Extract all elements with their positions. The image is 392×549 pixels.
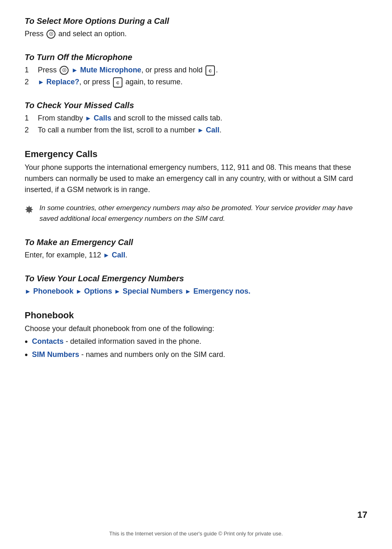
bullet-sim-text: SIM Numbers - names and numbers only on … (32, 349, 225, 361)
step-2-missed: 2 To call a number from the list, scroll… (25, 125, 367, 136)
center-button-icon: ☉ (46, 30, 55, 39)
step-2-missed-text: To call a number from the list, scroll t… (38, 125, 221, 136)
section-make-emergency: To Make an Emergency Call Enter, for exa… (25, 238, 367, 261)
step-num-1: 1 (25, 65, 33, 76)
center-button-icon-2: ☉ (60, 66, 69, 75)
section-check-missed: To Check Your Missed Calls 1 From standb… (25, 101, 367, 136)
c-button-icon-2: c (113, 77, 122, 88)
step-1-mic: 1 Press ☉ ► Mute Microphone, or press an… (25, 65, 367, 76)
section-title-select-options: To Select More Options During a Call (25, 16, 367, 26)
step-num-2: 2 (25, 76, 33, 88)
step-1-missed-text: From standby ► Calls and scroll to the m… (38, 113, 222, 124)
section-title-phonebook: Phonebook (25, 310, 367, 321)
section-body-emergency: Your phone supports the international em… (25, 162, 367, 195)
step-2-mic: 2 ► Replace?, or press c again, to resum… (25, 76, 367, 88)
phonebook-nav-label: Phonebook (33, 287, 74, 295)
section-title-make-emergency: To Make an Emergency Call (25, 238, 367, 247)
call-label-emergency: Call (112, 251, 125, 259)
contacts-desc: - detailed information saved in the phon… (66, 337, 201, 345)
steps-check-missed: 1 From standby ► Calls and scroll to the… (25, 113, 367, 136)
step-num-1b: 1 (25, 113, 33, 124)
bullet-contacts-text: Contacts - detailed information saved in… (32, 336, 201, 348)
special-numbers-nav-label: Special Numbers (123, 287, 183, 295)
step-num-2b: 2 (25, 125, 33, 136)
step-1-missed: 1 From standby ► Calls and scroll to the… (25, 113, 367, 124)
sim-numbers-label: SIM Numbers (32, 350, 79, 359)
bullet-dot-contacts: • (25, 336, 28, 348)
page-number: 17 (357, 510, 367, 520)
step-2-text: ► Replace?, or press c again, to resume. (38, 76, 182, 88)
c-button-icon: c (205, 65, 215, 76)
mute-microphone-label: Mute Microphone (80, 66, 141, 74)
tip-icon: ✸ (25, 204, 34, 216)
replace-label: Replace? (46, 78, 79, 86)
calls-label: Calls (94, 114, 111, 122)
footer-text: This is the Internet version of the user… (0, 530, 392, 537)
section-body-phonebook: Choose your default phonebook from one o… (25, 323, 367, 334)
section-title-check-missed: To Check Your Missed Calls (25, 101, 367, 110)
section-phonebook: Phonebook Choose your default phonebook … (25, 310, 367, 361)
section-title-turn-off-mic: To Turn Off the Microphone (25, 53, 367, 62)
bullet-dot-sim: • (25, 349, 28, 361)
steps-turn-off-mic: 1 Press ☉ ► Mute Microphone, or press an… (25, 65, 367, 88)
options-nav-label: Options (84, 287, 112, 295)
section-body-make-emergency: Enter, for example, 112 ► Call. (25, 250, 367, 261)
section-emergency-calls: Emergency Calls Your phone supports the … (25, 149, 367, 225)
press-label: Press (25, 30, 44, 38)
contacts-label: Contacts (32, 337, 64, 345)
tip-box-emergency: ✸ In some countries, other emergency num… (25, 203, 367, 225)
phonebook-bullets: • Contacts - detailed information saved … (25, 336, 367, 361)
section-view-local: To View Your Local Emergency Numbers ► P… (25, 274, 367, 297)
sim-numbers-desc: - names and numbers only on the SIM card… (81, 350, 225, 359)
section-turn-off-mic: To Turn Off the Microphone 1 Press ☉ ► M… (25, 53, 367, 88)
section-title-emergency: Emergency Calls (25, 149, 367, 160)
bullet-contacts: • Contacts - detailed information saved … (25, 336, 367, 348)
section-select-options: To Select More Options During a Call Pre… (25, 16, 367, 39)
section-body-view-local: ► Phonebook ► Options ► Special Numbers … (25, 286, 367, 297)
section-title-view-local: To View Your Local Emergency Numbers (25, 274, 367, 283)
bullet-sim-numbers: • SIM Numbers - names and numbers only o… (25, 349, 367, 361)
step-1-text: Press ☉ ► Mute Microphone, or press and … (38, 65, 218, 76)
call-label: Call (206, 126, 219, 134)
section-body-select-options: Press ☉ and select an option. (25, 28, 367, 39)
emergency-nos-nav-label: Emergency nos. (194, 287, 251, 295)
tip-text-emergency: In some countries, other emergency numbe… (39, 203, 367, 225)
